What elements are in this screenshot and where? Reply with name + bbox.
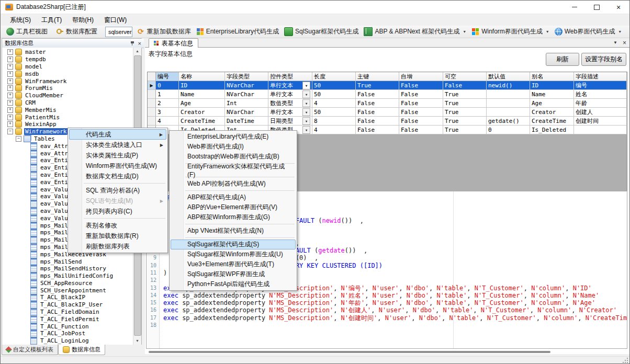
tree-item-model[interactable]: +model (2, 63, 133, 71)
expander-icon[interactable]: + (7, 121, 13, 127)
grid-cell[interactable]: 编号 (574, 81, 627, 90)
grid-cell[interactable]: 2 (156, 99, 179, 108)
tree-item-T_ACL_FieldDomain[interactable]: T_ACL_FieldDomain (2, 309, 133, 316)
combo-dropdown-icon[interactable]: ▼ (302, 99, 310, 107)
grid-cell[interactable] (574, 126, 627, 134)
tree-item-T_ACL_BlackIP[interactable]: T_ACL_BlackIP (2, 294, 133, 301)
hscrollbar-thumb[interactable] (149, 351, 550, 353)
tree-item-mps_MailSend[interactable]: mps_MailSend (2, 258, 133, 265)
bottom-tab-1[interactable]: 数据库信息 (58, 345, 105, 355)
column-header-6[interactable]: 自增 (399, 72, 443, 81)
grid-cell[interactable]: Name (179, 90, 225, 99)
column-header-5[interactable]: 主键 (356, 72, 399, 81)
expander-icon[interactable]: + (7, 93, 13, 98)
chevron-down-icon[interactable]: ▼ (546, 30, 549, 33)
grid-cell[interactable]: 姓名 (574, 90, 627, 99)
submenu-item-9[interactable]: ABP的Vue+Element界面代码(V) (171, 202, 296, 212)
submenu-item-16[interactable]: Vue3+Element界面代码生成(T) (171, 259, 296, 269)
grid-cell[interactable]: False (443, 81, 487, 90)
menubar-item-1[interactable]: 工具(T) (36, 15, 67, 26)
grid-cell[interactable]: newid() (487, 81, 530, 90)
database-type-combobox[interactable]: sqlserver▼ (105, 27, 132, 37)
row-header[interactable]: ▶ (148, 81, 156, 90)
context-menu-item-4[interactable]: 数据库文档生成(D) (69, 171, 166, 181)
grid-cell[interactable]: 日期类型▼ (268, 117, 312, 126)
expander-icon[interactable]: − (7, 129, 13, 134)
grid-cell[interactable]: NVarChar (225, 81, 268, 90)
tree-item-MemberMis[interactable]: +MemberMis (2, 106, 133, 113)
resize-grip[interactable] (623, 358, 628, 363)
scroll-down-icon[interactable]: ▼ (133, 337, 141, 345)
expander-icon[interactable]: + (7, 85, 13, 91)
submenu-item-17[interactable]: SqlSugar框架WPF界面生成 (171, 269, 296, 279)
tree-item-tempdb[interactable]: +tempdb (2, 56, 133, 63)
tree-item-WinFramework[interactable]: +WinFramework (2, 77, 133, 85)
expander-icon[interactable]: + (7, 78, 13, 84)
toolbar-button-SqlSugar框架代码生成[interactable]: SqlSugar框架代码生成 (282, 26, 361, 37)
toolbar-button-Winform界面代码生成[interactable]: Winform界面代码生成▼ (469, 26, 552, 37)
column-header-0[interactable]: 编号 (156, 72, 179, 81)
tree-item-PatientMis[interactable]: +PatientMis (2, 113, 133, 121)
grid-cell[interactable]: ID (179, 81, 225, 90)
grid-cell[interactable]: 年龄 (574, 99, 627, 108)
grid-cell[interactable]: Creator (179, 108, 225, 117)
grid-cell[interactable]: Age (179, 99, 225, 108)
grid-cell[interactable]: False (399, 117, 443, 126)
tab-table-basic-info[interactable]: 表基本信息 (149, 38, 198, 48)
bottom-tab-0[interactable]: 自定义模板列表 (2, 345, 58, 355)
column-header-2[interactable]: 字段类型 (225, 72, 268, 81)
tree-item-master[interactable]: +master (2, 49, 133, 56)
grid-cell[interactable]: 单行文本▼ (268, 108, 312, 117)
panel-close-icon[interactable]: × (138, 41, 141, 46)
grid-cell[interactable]: Name (530, 90, 574, 99)
column-header-4[interactable]: 长度 (312, 72, 356, 81)
column-header-10[interactable]: 字段描述 (574, 72, 627, 81)
grid-cell[interactable]: False (399, 126, 443, 134)
combo-dropdown-icon[interactable]: ▼ (302, 117, 310, 125)
expander-icon[interactable]: + (7, 71, 13, 77)
grid-cell[interactable]: False (399, 81, 443, 90)
grid-cell[interactable]: ID (530, 81, 574, 90)
row-header[interactable] (148, 99, 156, 108)
pin-icon[interactable] (130, 41, 135, 46)
grid-cell[interactable]: False (356, 99, 399, 108)
scroll-up-icon[interactable]: ▲ (133, 48, 141, 55)
maximize-button[interactable] (586, 1, 608, 14)
grid-cell[interactable]: True (443, 99, 487, 108)
grid-cell[interactable]: NVarChar (225, 90, 268, 99)
column-header-8[interactable]: 默认值 (487, 72, 530, 81)
column-header-1[interactable]: 名称 (179, 72, 225, 81)
grid-cell[interactable]: 4 (156, 117, 179, 126)
grid-cell[interactable]: 0 (487, 126, 530, 134)
grid-cell[interactable]: 创建时间 (574, 117, 627, 126)
submenu-item-10[interactable]: ABP框架Winform界面生成(G) (171, 212, 296, 222)
tree-item-T_ACL_JobPost[interactable]: T_ACL_JobPost (2, 330, 133, 337)
grid-cell[interactable]: False (356, 117, 399, 126)
grid-cell[interactable]: 4 (312, 99, 356, 108)
context-menu-item-7[interactable]: SQL语句生成(M)▶ (69, 196, 166, 206)
grid-cell[interactable]: 3 (156, 108, 179, 117)
column-header-7[interactable]: 可空 (443, 72, 487, 81)
row-header[interactable] (148, 90, 156, 99)
submenu-item-4[interactable]: EntityFramework实体框架代码生成(F) (171, 165, 296, 175)
row-header[interactable] (148, 108, 156, 117)
toolbar-button-退出[interactable]: ×退出 (627, 26, 630, 37)
grid-cell[interactable] (487, 108, 530, 117)
grid-cell[interactable]: 创建人 (574, 108, 627, 117)
grid-cell[interactable]: Creator (530, 108, 574, 117)
refresh-button[interactable]: 刷新 (546, 53, 579, 66)
submenu-item-6[interactable]: Web API控制器代码生成(W) (171, 179, 296, 189)
grid-cell[interactable]: CreateTime (530, 117, 574, 126)
grid-cell[interactable]: Is_Deleted (530, 126, 574, 134)
submenu-item-18[interactable]: Python+FastApi后端代码生成 (171, 279, 296, 289)
submenu-item-15[interactable]: SqlSugar框架Winform界面生成(U) (171, 249, 296, 259)
submenu-item-8[interactable]: ABP框架代码生成(A) (171, 192, 296, 202)
combo-dropdown-icon[interactable]: ▼ (302, 126, 310, 134)
grid-cell[interactable]: True (443, 126, 487, 134)
submenu-item-14[interactable]: SqlSugar框架代码生成(S) (171, 240, 296, 249)
chevron-down-icon[interactable]: ▼ (618, 30, 622, 33)
submenu-item-12[interactable]: Abp VNext框架代码生成(N) (171, 226, 296, 236)
tree-item-CloudMember[interactable]: +CloudMember (2, 92, 133, 99)
context-menu-item-12[interactable]: 刷新数据库列表 (69, 241, 166, 252)
grid-cell[interactable] (487, 90, 530, 99)
